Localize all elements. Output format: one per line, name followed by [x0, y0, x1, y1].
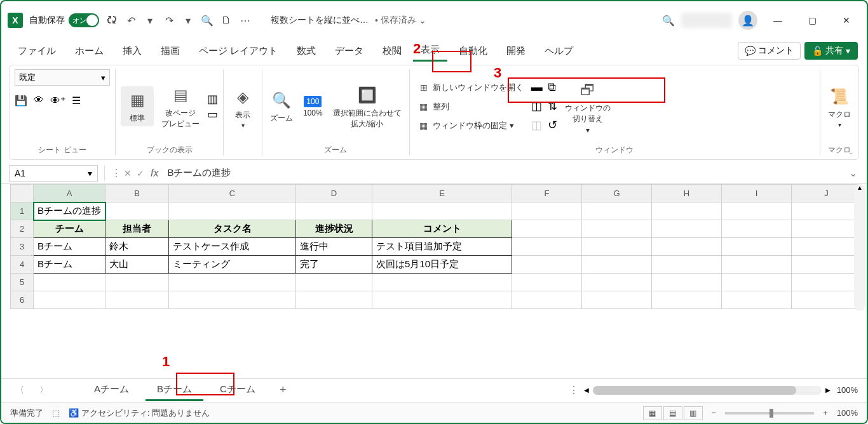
- arrange-button[interactable]: ▦整列: [415, 99, 526, 114]
- row-header-2[interactable]: 2: [11, 220, 34, 238]
- reset-pos-icon[interactable]: ↺: [548, 118, 557, 132]
- cells-table[interactable]: A B C D E F G H I J 1 Bチームの進捗 2 チーム 担当者 …: [10, 184, 862, 309]
- cell[interactable]: [512, 202, 582, 220]
- cell-A1[interactable]: Bチームの進捗: [34, 202, 105, 220]
- fx-icon[interactable]: fx: [151, 168, 158, 179]
- cell[interactable]: [792, 238, 862, 256]
- macro-record-icon[interactable]: ⬚: [52, 408, 60, 418]
- row-header-4[interactable]: 4: [11, 256, 34, 274]
- cell[interactable]: 鈴木: [105, 238, 169, 256]
- freeze-panes-button[interactable]: ▦ウィンドウ枠の固定 ▾: [415, 118, 526, 133]
- cell[interactable]: テストケース作成: [169, 238, 296, 256]
- cell[interactable]: [296, 202, 372, 220]
- cell[interactable]: [582, 256, 652, 274]
- options-icon[interactable]: ☰: [72, 95, 81, 107]
- normal-view-button[interactable]: ▦標準: [121, 86, 154, 126]
- cell[interactable]: [372, 274, 512, 291]
- normal-view-icon[interactable]: ▦: [643, 406, 662, 420]
- cell[interactable]: [652, 256, 722, 274]
- row-header-5[interactable]: 5: [11, 274, 34, 291]
- minimize-button[interactable]: —: [764, 9, 792, 32]
- cell[interactable]: [722, 274, 792, 291]
- cell[interactable]: [582, 291, 652, 309]
- ribbon-collapse-icon[interactable]: ⌄: [848, 149, 853, 156]
- zoom-button[interactable]: 🔍ズーム: [268, 88, 295, 125]
- cell[interactable]: [582, 220, 652, 238]
- zoom-slider[interactable]: [725, 412, 814, 414]
- zoom-in-button[interactable]: +: [823, 408, 828, 418]
- cell[interactable]: Bチーム: [34, 256, 105, 274]
- cell[interactable]: [372, 291, 512, 309]
- sheet-view-dropdown[interactable]: 既定▾: [15, 69, 110, 86]
- cell[interactable]: 進行中: [296, 238, 372, 256]
- sheet-options-icon[interactable]: ⋮: [569, 384, 579, 396]
- vertical-scrollbar[interactable]: ▲: [854, 184, 865, 311]
- undo-icon[interactable]: ↶: [125, 14, 137, 27]
- formula-expand-icon[interactable]: ⌄: [846, 167, 859, 179]
- formula-input[interactable]: Bチームの進捗: [161, 167, 844, 179]
- avatar[interactable]: 👤: [738, 11, 757, 30]
- sheet-tab-c[interactable]: Cチーム: [208, 380, 267, 401]
- cell[interactable]: [296, 274, 372, 291]
- cell[interactable]: チーム: [34, 220, 105, 238]
- cell[interactable]: [372, 202, 512, 220]
- sheet-tab-b[interactable]: Bチーム: [146, 380, 203, 401]
- user-name[interactable]: [681, 13, 732, 28]
- enter-icon[interactable]: ✓: [137, 168, 144, 178]
- zoom-out-button[interactable]: −: [712, 408, 717, 418]
- comments-button[interactable]: 💬 コメント: [738, 42, 801, 60]
- cell[interactable]: [105, 274, 169, 291]
- tab-automate[interactable]: 自動化: [451, 41, 495, 61]
- new-file-icon[interactable]: 🗋: [220, 14, 233, 27]
- cell[interactable]: ミーティング: [169, 256, 296, 274]
- view-side-icon[interactable]: ⧉: [548, 81, 557, 94]
- print-preview-icon[interactable]: 🔍: [201, 14, 214, 27]
- cell[interactable]: [34, 274, 105, 291]
- horizontal-scrollbar[interactable]: ◀ ▶ 100%: [584, 385, 858, 395]
- cell[interactable]: [512, 256, 582, 274]
- undo-dropdown-icon[interactable]: ▾: [144, 14, 156, 27]
- cell[interactable]: [652, 220, 722, 238]
- search-icon[interactable]: 🔍: [662, 14, 675, 27]
- page-break-icon[interactable]: ▥: [684, 406, 703, 420]
- tab-file[interactable]: ファイル: [10, 41, 64, 61]
- cell[interactable]: [722, 256, 792, 274]
- row-header-1[interactable]: 1: [11, 202, 34, 220]
- cell[interactable]: 次回は5月10日予定: [372, 256, 512, 274]
- redo-icon[interactable]: ↷: [163, 14, 175, 27]
- col-header-H[interactable]: H: [652, 185, 722, 202]
- cell[interactable]: [105, 202, 169, 220]
- cell[interactable]: [169, 274, 296, 291]
- split-icon[interactable]: ▬: [531, 81, 543, 94]
- add-sheet-button[interactable]: +: [272, 383, 294, 397]
- cell[interactable]: [169, 202, 296, 220]
- qat-customize-icon[interactable]: ⋯: [239, 14, 252, 27]
- col-header-C[interactable]: C: [169, 185, 296, 202]
- cell[interactable]: [582, 202, 652, 220]
- cell[interactable]: 進捗状況: [296, 220, 372, 238]
- cell[interactable]: 完了: [296, 256, 372, 274]
- cell[interactable]: [296, 291, 372, 309]
- cell[interactable]: [169, 291, 296, 309]
- cell[interactable]: [512, 274, 582, 291]
- cell[interactable]: [792, 220, 862, 238]
- tab-home[interactable]: ホーム: [67, 41, 111, 61]
- tab-insert[interactable]: 挿入: [115, 41, 149, 61]
- new-window-button[interactable]: ⊞新しいウィンドウを開く: [415, 80, 526, 95]
- cell[interactable]: [512, 220, 582, 238]
- zoom-100-button[interactable]: 100100%: [301, 95, 325, 119]
- custom-views-icon[interactable]: ▭: [207, 107, 218, 121]
- cell[interactable]: [792, 291, 862, 309]
- cell[interactable]: [512, 238, 582, 256]
- cell[interactable]: 担当者: [105, 220, 169, 238]
- zoom-level[interactable]: 100%: [837, 408, 858, 418]
- col-header-G[interactable]: G: [582, 185, 652, 202]
- autosave-toggle[interactable]: 自動保存 オン: [29, 13, 99, 27]
- close-button[interactable]: ✕: [832, 9, 860, 32]
- cell[interactable]: [582, 238, 652, 256]
- cell[interactable]: コメント: [372, 220, 512, 238]
- cell[interactable]: タスク名: [169, 220, 296, 238]
- tab-data[interactable]: データ: [327, 41, 371, 61]
- keep-icon[interactable]: 💾: [15, 95, 27, 107]
- tab-developer[interactable]: 開発: [499, 41, 533, 61]
